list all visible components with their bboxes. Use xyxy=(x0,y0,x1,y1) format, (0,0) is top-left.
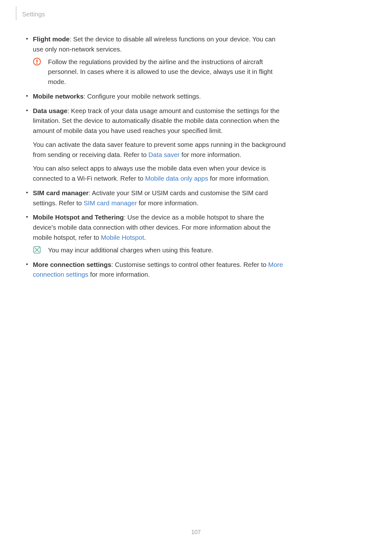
info-note: You may incur additional charges when us… xyxy=(33,245,287,255)
link-mobile-hotspot[interactable]: Mobile Hotspot xyxy=(101,234,144,241)
bullet-icon xyxy=(26,192,28,193)
item-title: Data usage xyxy=(33,107,67,114)
item-desc: : Set the device to disable all wireless… xyxy=(33,35,275,53)
text-segment: for more information. xyxy=(88,271,150,278)
paragraph: You can activate the data saver feature … xyxy=(33,140,287,160)
link-data-saver[interactable]: Data saver xyxy=(148,151,180,158)
text-segment: for more information. xyxy=(137,199,198,207)
note-text: You may incur additional charges when us… xyxy=(48,245,287,255)
caution-note: Follow the regulations provided by the a… xyxy=(33,57,287,87)
text-segment: for more information. xyxy=(180,151,241,158)
bullet-icon xyxy=(26,38,28,39)
item-title: Flight mode xyxy=(33,35,69,43)
header-rule xyxy=(16,6,16,20)
link-mobile-data-only-apps[interactable]: Mobile data only apps xyxy=(145,175,208,182)
link-sim-card-manager[interactable]: SIM card manager xyxy=(84,199,137,207)
page-number: 107 xyxy=(0,529,392,536)
list-item: Flight mode: Set the device to disable a… xyxy=(25,34,287,87)
caution-icon xyxy=(33,57,42,66)
content-body: Flight mode: Set the device to disable a… xyxy=(25,34,287,284)
list-item: SIM card manager: Activate your SIM or U… xyxy=(25,188,287,208)
bullet-icon xyxy=(26,263,28,265)
list-item: Data usage: Keep track of your data usag… xyxy=(25,106,287,184)
text-segment: : Customise settings to control other fe… xyxy=(111,261,268,268)
bullet-icon xyxy=(26,216,28,218)
item-title: SIM card manager xyxy=(33,189,89,196)
text-segment: for more information. xyxy=(208,175,270,182)
svg-point-2 xyxy=(36,63,38,64)
caution-text: Follow the regulations provided by the a… xyxy=(48,57,287,87)
text-segment: . xyxy=(144,234,146,241)
paragraph: You can also select apps to always use t… xyxy=(33,163,287,184)
note-icon xyxy=(33,246,42,254)
list-item: Mobile Hotspot and Tethering: Use the de… xyxy=(25,212,287,255)
list-item: Mobile networks: Configure your mobile n… xyxy=(25,91,287,101)
list-item: More connection settings: Customise sett… xyxy=(25,260,287,280)
item-title: Mobile networks xyxy=(33,93,84,100)
bullet-icon xyxy=(26,110,28,111)
item-desc: : Keep track of your data usage amount a… xyxy=(33,107,280,135)
header-title: Settings xyxy=(22,11,45,18)
bullet-icon xyxy=(26,95,28,97)
svg-rect-1 xyxy=(36,59,38,62)
item-title: More connection settings xyxy=(33,261,111,268)
item-title: Mobile Hotspot and Tethering xyxy=(33,214,124,221)
item-desc: : Configure your mobile network settings… xyxy=(84,93,201,100)
